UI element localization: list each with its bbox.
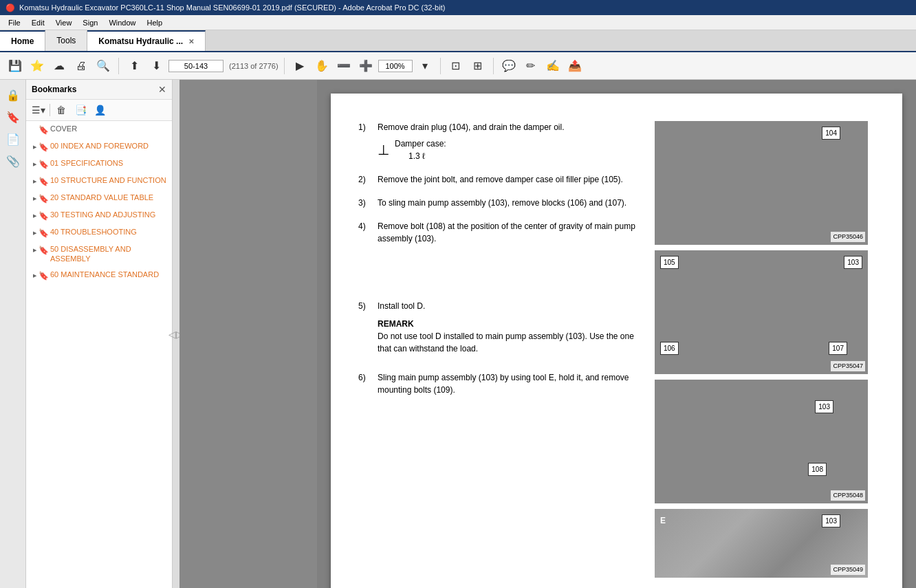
toolbar-sep-2: [284, 58, 285, 74]
clip-icon[interactable]: 📎: [3, 151, 23, 171]
image-label-1: CPP35046: [831, 232, 865, 243]
bookmarks-find-button[interactable]: 👤: [91, 102, 108, 118]
bookmark-index[interactable]: 🔖 00 INDEX AND FOREWORD: [26, 138, 172, 155]
tab-home-label: Home: [11, 36, 34, 46]
bookmark-standard[interactable]: 🔖 20 STANDARD VALUE TABLE: [26, 190, 172, 207]
bookmarks-title: Bookmarks: [32, 85, 76, 94]
bookmarks-toolbar: ☰▾ 🗑 📑 👤: [26, 100, 172, 121]
ref-106-label: 106: [660, 342, 679, 355]
step-6-content: Sling main pump assembly (103) by using …: [378, 371, 641, 396]
zoom-in-button[interactable]: ➕: [356, 56, 375, 76]
expand-arrow-spec[interactable]: [30, 159, 39, 170]
expand-arrow-disassembly[interactable]: [30, 245, 39, 256]
bookmark-label-disassembly: 50 DISASSEMBLY AND ASSEMBLY: [50, 244, 168, 264]
bookmark-icon-index: 🔖: [39, 142, 48, 153]
ref-103b-label: 103: [815, 400, 833, 413]
bookmarks-list: 🔖 COVER 🔖 00 INDEX AND FOREWORD 🔖 01 SPE…: [26, 121, 172, 588]
zoom-dropdown-button[interactable]: ▾: [415, 56, 435, 76]
bookmark-cover[interactable]: 🔖 COVER: [26, 121, 172, 138]
toolbar-sep-4: [493, 58, 494, 74]
pdf-content-area[interactable]: 1) Remove drain plug (104), and drain th…: [317, 80, 916, 588]
bookmark-maintenance[interactable]: 🔖 60 MAINTENANCE STANDARD: [26, 267, 172, 284]
fit-page-button[interactable]: ⊡: [446, 56, 466, 76]
bookmarks-menu-button[interactable]: ☰▾: [30, 102, 47, 118]
expand-arrow-trouble[interactable]: [30, 228, 39, 239]
image-label-3: CPP35048: [831, 490, 865, 501]
expand-arrow-testing[interactable]: [30, 210, 39, 221]
page-input[interactable]: [168, 60, 223, 72]
bookmark-icon-cover: 🔖: [39, 124, 48, 135]
menu-help[interactable]: Help: [142, 17, 168, 28]
ref-104-label: 104: [822, 127, 840, 140]
app-icon: 🔴: [6, 3, 15, 12]
export-button[interactable]: 📤: [565, 56, 585, 76]
signature-button[interactable]: ✍: [543, 56, 563, 76]
lock-icon[interactable]: 🔒: [3, 85, 23, 105]
menu-edit[interactable]: Edit: [26, 17, 50, 28]
menu-file[interactable]: File: [3, 17, 26, 28]
pdf-page: 1) Remove drain plug (104), and drain th…: [331, 94, 902, 588]
tab-bar: Home Tools Komatsu Hydraulic ... ✕: [0, 30, 916, 52]
bookmark-trouble[interactable]: 🔖 40 TROUBLESHOOTING: [26, 224, 172, 241]
toolbar-sep-1: [118, 58, 119, 74]
expand-arrow-structure[interactable]: [30, 176, 39, 187]
menu-sign[interactable]: Sign: [77, 17, 103, 28]
step-5-num: 5): [358, 300, 372, 360]
tab-close-button[interactable]: ✕: [188, 38, 194, 45]
bookmark-structure[interactable]: 🔖 10 STRUCTURE AND FUNCTION: [26, 173, 172, 190]
title-bar: 🔴 Komatsu Hydraulic Excavator PC360LC-11…: [0, 0, 916, 15]
step-3-text: To sling main pump assembly (103), remov…: [378, 198, 626, 208]
menu-view[interactable]: View: [50, 17, 78, 28]
image-cpp35046: 104 CPP35046: [655, 121, 868, 245]
cursor-tool-button[interactable]: ▶: [290, 56, 309, 76]
rotate-button[interactable]: ⊞: [468, 56, 488, 76]
remark-box: REMARK Do not use tool D installed to ma…: [378, 318, 641, 355]
expand-arrow-standard[interactable]: [30, 193, 39, 204]
bookmark-icon-spec: 🔖: [39, 159, 48, 170]
pdf-thumbnail-area: [179, 80, 317, 588]
hand-tool-button[interactable]: ✋: [312, 56, 331, 76]
menu-bar: File Edit View Sign Window Help: [0, 15, 916, 30]
tab-document[interactable]: Komatsu Hydraulic ... ✕: [87, 30, 206, 51]
bookmark-star-button[interactable]: ⭐: [28, 56, 47, 76]
print-button[interactable]: 🖨: [72, 56, 91, 76]
zoom-input[interactable]: [378, 60, 413, 72]
bookmark-icon-disassembly: 🔖: [39, 245, 48, 256]
panel-resize-handle[interactable]: ◁▷: [173, 80, 179, 588]
page-layout: 1) Remove drain plug (104), and drain th…: [358, 121, 875, 578]
bookmark-testing[interactable]: 🔖 30 TESTING AND ADJUSTING: [26, 207, 172, 224]
menu-window[interactable]: Window: [103, 17, 141, 28]
step-5-text: Install tool D.: [378, 300, 641, 312]
zoom-out-button[interactable]: ➖: [334, 56, 353, 76]
image-label-4: CPP35049: [831, 565, 865, 576]
remark-text: Do not use tool D installed to main pump…: [378, 330, 641, 355]
expand-arrow-index[interactable]: [30, 142, 39, 153]
save-button[interactable]: 💾: [6, 56, 25, 76]
bookmark-disassembly[interactable]: 🔖 50 DISASSEMBLY AND ASSEMBLY: [26, 241, 172, 267]
tab-home[interactable]: Home: [0, 30, 45, 51]
tab-tools[interactable]: Tools: [45, 30, 87, 51]
next-page-button[interactable]: ⬇: [146, 56, 166, 76]
step-1-text: Remove drain plug (104), and drain the d…: [378, 122, 565, 132]
highlight-button[interactable]: ✏: [521, 56, 541, 76]
expand-arrow-maintenance[interactable]: [30, 270, 39, 281]
bookmarks-delete-button[interactable]: 🗑: [53, 102, 69, 118]
ref-105-label: 105: [660, 256, 679, 269]
bookmarks-header: Bookmarks ✕: [26, 80, 172, 100]
bookmark-label-cover: COVER: [50, 124, 77, 133]
bookmark-icon-standard: 🔖: [39, 193, 48, 204]
page-count: (2113 of 2776): [229, 62, 279, 70]
bookmark-panel-icon[interactable]: 🔖: [3, 107, 23, 127]
bookmarks-new-button[interactable]: 📑: [72, 102, 89, 118]
step-2-text: Remove the joint bolt, and remove damper…: [378, 175, 623, 184]
layers-icon[interactable]: 📄: [3, 129, 23, 149]
comment-button[interactable]: 💬: [499, 56, 519, 76]
bookmarks-close-button[interactable]: ✕: [158, 84, 166, 95]
upload-button[interactable]: ☁: [50, 56, 69, 76]
step-1-num: 1): [358, 121, 372, 162]
bookmark-label-spec: 01 SPECIFICATIONS: [50, 158, 123, 168]
bookmark-spec[interactable]: 🔖 01 SPECIFICATIONS: [26, 155, 172, 173]
prev-page-button[interactable]: ⬆: [124, 56, 144, 76]
bookmarks-panel: Bookmarks ✕ ☰▾ 🗑 📑 👤 🔖 COVER 🔖 00 INDEX …: [26, 80, 173, 588]
search-button[interactable]: 🔍: [94, 56, 113, 76]
